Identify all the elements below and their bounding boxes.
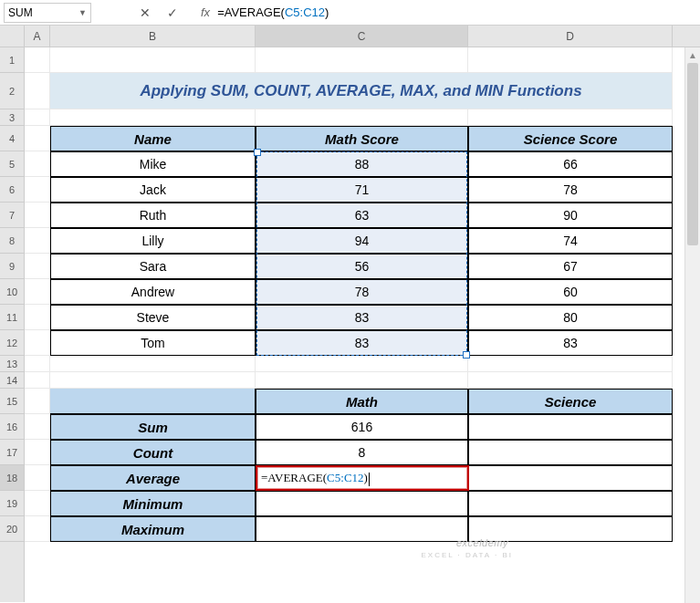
row-header[interactable]: 3 [0, 109, 24, 126]
formula-input[interactable]: =AVERAGE(C5:C12) [215, 4, 700, 21]
table-cell[interactable]: 80 [468, 305, 673, 330]
table-cell[interactable]: Sara [50, 254, 256, 279]
stat-value[interactable] [468, 414, 673, 440]
stat-value[interactable] [468, 465, 673, 491]
spreadsheet-grid: 1 2 3 4 5 6 7 8 9 10 11 12 13 14 15 16 1… [0, 26, 700, 602]
row-header[interactable]: 18 [0, 465, 24, 491]
stat-label-count: Count [50, 440, 256, 465]
table-cell[interactable]: 60 [468, 279, 673, 305]
stat-value[interactable] [468, 491, 673, 516]
stat-value[interactable] [468, 440, 673, 465]
row-header[interactable]: 7 [0, 203, 24, 228]
row-header[interactable]: 8 [0, 228, 24, 254]
col-header[interactable]: B [50, 26, 256, 47]
table-cell[interactable]: 71 [256, 177, 468, 203]
row-header[interactable]: 14 [0, 372, 24, 389]
column-headers: A B C D [25, 26, 700, 47]
row-header[interactable]: 4 [0, 126, 24, 151]
chevron-down-icon[interactable]: ▼ [78, 8, 87, 17]
table-header-name: Name [50, 126, 256, 151]
col-header[interactable]: D [468, 26, 673, 47]
row-headers: 1 2 3 4 5 6 7 8 9 10 11 12 13 14 15 16 1… [0, 26, 25, 602]
table-header-science: Science Score [468, 126, 673, 151]
name-box[interactable]: SUM ▼ [4, 3, 91, 23]
stat-value[interactable] [468, 516, 673, 542]
table-cell[interactable]: 56 [256, 254, 468, 279]
stat-value[interactable]: 616 [256, 414, 468, 440]
table-cell[interactable]: Tom [50, 330, 256, 356]
active-cell[interactable] [256, 465, 468, 491]
table-cell[interactable]: 78 [256, 279, 468, 305]
vertical-scrollbar[interactable]: ▲ [684, 47, 700, 603]
select-all-corner[interactable] [0, 26, 24, 47]
table-cell[interactable]: 83 [256, 305, 468, 330]
table-cell[interactable]: 67 [468, 254, 673, 279]
row-header[interactable]: 2 [0, 73, 24, 109]
table-cell[interactable]: 83 [468, 330, 673, 356]
col-header[interactable]: C [256, 26, 468, 47]
table-cell[interactable]: Ruth [50, 203, 256, 228]
fx-icon[interactable]: fx [201, 5, 210, 19]
row-header[interactable]: 20 [0, 516, 24, 542]
row-header[interactable]: 13 [0, 356, 24, 372]
row-header[interactable]: 19 [0, 491, 24, 516]
enter-icon[interactable]: ✓ [164, 5, 181, 21]
table-header-math: Math Score [256, 126, 468, 151]
table-cell[interactable]: Steve [50, 305, 256, 330]
table-cell[interactable]: 78 [468, 177, 673, 203]
table-cell[interactable]: 90 [468, 203, 673, 228]
table-cell[interactable]: Andrew [50, 279, 256, 305]
col-header[interactable]: A [25, 26, 50, 47]
stat-value[interactable] [256, 516, 468, 542]
stat-label-sum: Sum [50, 414, 256, 440]
table-cell[interactable]: 74 [468, 228, 673, 254]
stat-label-average: Average [50, 465, 256, 491]
stat-label-minimum: Minimum [50, 491, 256, 516]
stats-header-math: Math [256, 389, 468, 414]
table-cell[interactable]: 94 [256, 228, 468, 254]
table-cell[interactable]: 83 [256, 330, 468, 356]
stats-header-science: Science [468, 389, 673, 414]
row-header[interactable]: 5 [0, 151, 24, 177]
cells-area[interactable]: Applying SUM, COUNT, AVERAGE, MAX, and M… [25, 47, 700, 542]
row-header[interactable]: 11 [0, 305, 24, 330]
row-header[interactable]: 6 [0, 177, 24, 203]
table-cell[interactable]: 88 [256, 151, 468, 177]
cancel-icon[interactable]: ✕ [137, 5, 153, 21]
scroll-up-icon[interactable]: ▲ [685, 47, 700, 63]
table-cell[interactable]: Jack [50, 177, 256, 203]
row-header[interactable]: 17 [0, 440, 24, 465]
row-header[interactable]: 9 [0, 254, 24, 279]
row-header[interactable]: 12 [0, 330, 24, 356]
page-title: Applying SUM, COUNT, AVERAGE, MAX, and M… [50, 73, 673, 109]
formula-bar: SUM ▼ ✕ ✓ fx =AVERAGE(C5:C12) [0, 0, 700, 26]
scroll-thumb[interactable] [687, 63, 698, 245]
formula-bar-buttons: ✕ ✓ fx [137, 5, 210, 21]
row-header[interactable]: 10 [0, 279, 24, 305]
stat-label-maximum: Maximum [50, 516, 256, 542]
name-box-value: SUM [8, 6, 33, 19]
row-header[interactable]: 1 [0, 47, 24, 73]
table-cell[interactable]: 63 [256, 203, 468, 228]
stat-value[interactable] [256, 491, 468, 516]
row-header[interactable]: 15 [0, 389, 24, 414]
table-cell[interactable]: 66 [468, 151, 673, 177]
row-header[interactable]: 16 [0, 414, 24, 440]
table-cell[interactable]: Lilly [50, 228, 256, 254]
stat-value[interactable]: 8 [256, 440, 468, 465]
table-cell[interactable]: Mike [50, 151, 256, 177]
